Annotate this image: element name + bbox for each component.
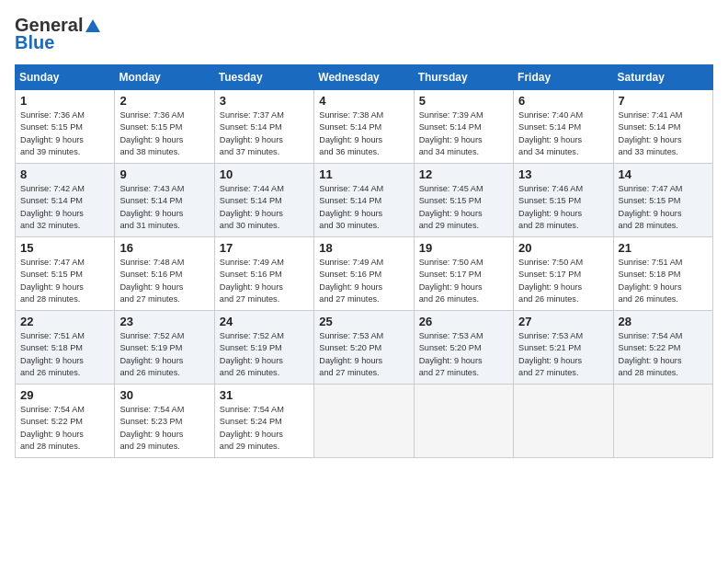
weekday-header-saturday: Saturday	[613, 65, 712, 90]
calendar-week-row: 29Sunrise: 7:54 AMSunset: 5:22 PMDayligh…	[16, 385, 713, 458]
day-info: Sunrise: 7:40 AMSunset: 5:14 PMDaylight:…	[518, 109, 608, 158]
day-info: Sunrise: 7:50 AMSunset: 5:17 PMDaylight:…	[419, 257, 508, 305]
calendar-day-cell: 10Sunrise: 7:44 AMSunset: 5:14 PMDayligh…	[214, 164, 313, 237]
day-info: Sunrise: 7:36 AMSunset: 5:15 PMDaylight:…	[20, 109, 109, 158]
day-info: Sunrise: 7:37 AMSunset: 5:14 PMDaylight:…	[220, 109, 309, 158]
day-info: Sunrise: 7:47 AMSunset: 5:15 PMDaylight:…	[20, 257, 109, 305]
day-number: 29	[20, 388, 109, 402]
day-number: 5	[419, 94, 508, 108]
weekday-header-friday: Friday	[514, 65, 613, 90]
day-number: 9	[119, 167, 209, 181]
calendar-day-cell: 8Sunrise: 7:42 AMSunset: 5:14 PMDaylight…	[16, 164, 115, 237]
day-info: Sunrise: 7:53 AMSunset: 5:21 PMDaylight:…	[518, 330, 608, 379]
day-number: 8	[20, 167, 109, 181]
calendar-day-cell: 13Sunrise: 7:46 AMSunset: 5:15 PMDayligh…	[514, 164, 613, 237]
page-container: General Blue SundayMondayTuesdayWednesda…	[0, 0, 728, 465]
calendar-day-cell: 26Sunrise: 7:53 AMSunset: 5:20 PMDayligh…	[414, 311, 513, 385]
calendar-day-cell: 22Sunrise: 7:51 AMSunset: 5:18 PMDayligh…	[16, 311, 115, 385]
day-info: Sunrise: 7:51 AMSunset: 5:18 PMDaylight:…	[619, 257, 708, 305]
day-number: 24	[220, 315, 309, 328]
day-info: Sunrise: 7:36 AMSunset: 5:15 PMDaylight:…	[119, 109, 209, 158]
calendar-day-cell: 27Sunrise: 7:53 AMSunset: 5:21 PMDayligh…	[514, 311, 613, 385]
day-info: Sunrise: 7:44 AMSunset: 5:14 PMDaylight:…	[319, 183, 408, 232]
day-info: Sunrise: 7:54 AMSunset: 5:22 PMDaylight:…	[20, 404, 109, 453]
day-number: 27	[518, 315, 608, 328]
day-number: 1	[20, 94, 109, 108]
calendar-day-cell: 21Sunrise: 7:51 AMSunset: 5:18 PMDayligh…	[613, 237, 712, 311]
day-number: 31	[220, 388, 309, 402]
logo: General Blue	[15, 15, 101, 53]
day-info: Sunrise: 7:49 AMSunset: 5:16 PMDaylight:…	[220, 257, 309, 305]
day-number: 15	[20, 241, 109, 255]
day-info: Sunrise: 7:49 AMSunset: 5:16 PMDaylight:…	[319, 257, 408, 305]
day-number: 21	[619, 241, 708, 255]
day-info: Sunrise: 7:52 AMSunset: 5:19 PMDaylight:…	[220, 330, 309, 379]
calendar-day-cell: 3Sunrise: 7:37 AMSunset: 5:14 PMDaylight…	[214, 90, 313, 164]
calendar-day-cell	[613, 385, 712, 458]
day-number: 16	[119, 241, 209, 255]
weekday-header-sunday: Sunday	[16, 65, 115, 90]
day-number: 28	[619, 315, 708, 328]
calendar-day-cell: 31Sunrise: 7:54 AMSunset: 5:24 PMDayligh…	[214, 385, 313, 458]
day-info: Sunrise: 7:54 AMSunset: 5:22 PMDaylight:…	[619, 330, 708, 379]
day-info: Sunrise: 7:41 AMSunset: 5:14 PMDaylight:…	[619, 109, 708, 158]
day-info: Sunrise: 7:53 AMSunset: 5:20 PMDaylight:…	[319, 330, 408, 379]
day-info: Sunrise: 7:48 AMSunset: 5:16 PMDaylight:…	[119, 257, 209, 305]
calendar-day-cell	[414, 385, 513, 458]
day-number: 10	[220, 167, 309, 181]
day-info: Sunrise: 7:46 AMSunset: 5:15 PMDaylight:…	[518, 183, 608, 232]
calendar-week-row: 22Sunrise: 7:51 AMSunset: 5:18 PMDayligh…	[16, 311, 713, 385]
calendar-day-cell: 4Sunrise: 7:38 AMSunset: 5:14 PMDaylight…	[314, 90, 414, 164]
calendar-day-cell: 23Sunrise: 7:52 AMSunset: 5:19 PMDayligh…	[115, 311, 214, 385]
svg-marker-0	[85, 19, 100, 32]
day-number: 26	[419, 315, 508, 328]
calendar-day-cell: 16Sunrise: 7:48 AMSunset: 5:16 PMDayligh…	[115, 237, 214, 311]
calendar-day-cell: 11Sunrise: 7:44 AMSunset: 5:14 PMDayligh…	[314, 164, 414, 237]
day-number: 25	[319, 315, 408, 328]
calendar-day-cell: 30Sunrise: 7:54 AMSunset: 5:23 PMDayligh…	[115, 385, 214, 458]
calendar-week-row: 15Sunrise: 7:47 AMSunset: 5:15 PMDayligh…	[16, 237, 713, 311]
day-number: 7	[619, 94, 708, 108]
day-info: Sunrise: 7:45 AMSunset: 5:15 PMDaylight:…	[419, 183, 508, 232]
calendar-week-row: 8Sunrise: 7:42 AMSunset: 5:14 PMDaylight…	[16, 164, 713, 237]
calendar-day-cell: 28Sunrise: 7:54 AMSunset: 5:22 PMDayligh…	[613, 311, 712, 385]
day-number: 12	[419, 167, 508, 181]
day-number: 23	[119, 315, 209, 328]
day-info: Sunrise: 7:44 AMSunset: 5:14 PMDaylight:…	[220, 183, 309, 232]
calendar-day-cell: 19Sunrise: 7:50 AMSunset: 5:17 PMDayligh…	[414, 237, 513, 311]
day-number: 14	[619, 167, 708, 181]
weekday-header-tuesday: Tuesday	[214, 65, 313, 90]
calendar-day-cell: 12Sunrise: 7:45 AMSunset: 5:15 PMDayligh…	[414, 164, 513, 237]
day-number: 20	[518, 241, 608, 255]
day-number: 3	[220, 94, 309, 108]
calendar-day-cell: 7Sunrise: 7:41 AMSunset: 5:14 PMDaylight…	[613, 90, 712, 164]
calendar-day-cell: 6Sunrise: 7:40 AMSunset: 5:14 PMDaylight…	[514, 90, 613, 164]
calendar-day-cell: 5Sunrise: 7:39 AMSunset: 5:14 PMDaylight…	[414, 90, 513, 164]
calendar-day-cell: 25Sunrise: 7:53 AMSunset: 5:20 PMDayligh…	[314, 311, 414, 385]
calendar-day-cell	[314, 385, 414, 458]
calendar-day-cell: 15Sunrise: 7:47 AMSunset: 5:15 PMDayligh…	[16, 237, 115, 311]
calendar-week-row: 1Sunrise: 7:36 AMSunset: 5:15 PMDaylight…	[16, 90, 713, 164]
day-info: Sunrise: 7:47 AMSunset: 5:15 PMDaylight:…	[619, 183, 708, 232]
day-number: 4	[319, 94, 408, 108]
calendar-day-cell: 18Sunrise: 7:49 AMSunset: 5:16 PMDayligh…	[314, 237, 414, 311]
header: General Blue	[15, 15, 713, 53]
day-number: 19	[419, 241, 508, 255]
weekday-header-row: SundayMondayTuesdayWednesdayThursdayFrid…	[16, 65, 713, 90]
day-info: Sunrise: 7:42 AMSunset: 5:14 PMDaylight:…	[20, 183, 109, 232]
day-number: 30	[119, 388, 209, 402]
day-info: Sunrise: 7:52 AMSunset: 5:19 PMDaylight:…	[119, 330, 209, 379]
calendar-day-cell: 17Sunrise: 7:49 AMSunset: 5:16 PMDayligh…	[214, 237, 313, 311]
day-number: 6	[518, 94, 608, 108]
day-info: Sunrise: 7:54 AMSunset: 5:23 PMDaylight:…	[119, 404, 209, 453]
day-info: Sunrise: 7:39 AMSunset: 5:14 PMDaylight:…	[419, 109, 508, 158]
logo-triangle-icon	[85, 17, 101, 34]
day-number: 13	[518, 167, 608, 181]
weekday-header-thursday: Thursday	[414, 65, 513, 90]
day-info: Sunrise: 7:51 AMSunset: 5:18 PMDaylight:…	[20, 330, 109, 379]
calendar-day-cell	[514, 385, 613, 458]
day-info: Sunrise: 7:54 AMSunset: 5:24 PMDaylight:…	[220, 404, 309, 453]
calendar-day-cell: 9Sunrise: 7:43 AMSunset: 5:14 PMDaylight…	[115, 164, 214, 237]
day-info: Sunrise: 7:43 AMSunset: 5:14 PMDaylight:…	[119, 183, 209, 232]
calendar-day-cell: 14Sunrise: 7:47 AMSunset: 5:15 PMDayligh…	[613, 164, 712, 237]
